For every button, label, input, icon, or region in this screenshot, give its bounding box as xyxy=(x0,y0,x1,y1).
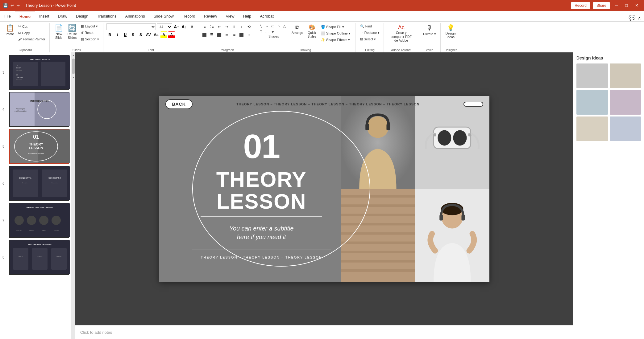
text-align-vert-button[interactable]: ↔ xyxy=(246,31,252,38)
tab-slideshow[interactable]: Slide Show xyxy=(149,11,178,21)
quick-access-redo[interactable]: ↪ xyxy=(16,3,20,8)
slide-thumb-5[interactable]: 01 THEORY LESSON You can enter a subtitl… xyxy=(9,129,69,164)
justify-button[interactable]: ≣ xyxy=(223,31,230,38)
tab-insert[interactable]: Insert xyxy=(35,11,54,21)
shape-triangle[interactable]: △ xyxy=(282,23,287,29)
tab-help[interactable]: Help xyxy=(239,11,256,21)
select-button[interactable]: ⊡ Select ▾ xyxy=(359,36,378,42)
scroll-up-button[interactable]: ▲ xyxy=(71,53,76,57)
line-spacing-button[interactable]: ↕ xyxy=(238,23,245,30)
tab-file[interactable]: File xyxy=(0,11,15,21)
italic-button[interactable]: I xyxy=(114,31,121,38)
decrease-indent-button[interactable]: ⇤ xyxy=(216,23,223,30)
reset-button[interactable]: ↺ Reset xyxy=(79,30,101,36)
slide-scrollbar[interactable]: ▲ ▼ xyxy=(71,52,75,339)
align-distribute-button[interactable]: ≋ xyxy=(231,31,238,38)
window-minimize[interactable]: ─ xyxy=(613,2,620,8)
find-button[interactable]: 🔍 Find xyxy=(359,23,373,29)
font-color-button[interactable]: A xyxy=(168,31,175,38)
record-button[interactable]: Record xyxy=(571,2,590,9)
numbering-button[interactable]: ⁚≡ xyxy=(209,23,215,30)
clear-format-button[interactable]: ✕ xyxy=(189,23,195,30)
font-family-select[interactable] xyxy=(106,23,156,30)
slide-thumb-6[interactable]: CONCEPT 1 CONCEPT 2 Description Descript… xyxy=(9,166,69,201)
ribbon-collapse[interactable]: ∧ xyxy=(638,15,641,20)
quick-access-save[interactable]: 💾 xyxy=(3,3,8,8)
decrease-font-button[interactable]: A↓ xyxy=(181,23,188,30)
tab-animations[interactable]: Animations xyxy=(121,11,149,21)
design-ideas-button[interactable]: 💡 DesignIdeas xyxy=(444,23,458,40)
shape-rect[interactable]: ▭ xyxy=(270,23,276,29)
tab-draw[interactable]: Draw xyxy=(54,11,72,21)
copy-button[interactable]: ⧉ Copy xyxy=(17,30,47,36)
paste-button[interactable]: 📋 Paste xyxy=(4,23,16,37)
strikethrough-button[interactable]: S xyxy=(130,31,136,38)
share-button[interactable]: Share xyxy=(593,2,610,9)
text-direction-button[interactable]: ⟲ xyxy=(246,23,252,30)
quick-access-undo[interactable]: ↩ xyxy=(10,3,14,8)
format-painter-button[interactable]: 🖌 Format Painter xyxy=(17,36,47,42)
shape-oval[interactable]: ○ xyxy=(276,23,281,29)
design-idea-6[interactable] xyxy=(610,116,641,141)
tab-home[interactable]: Home xyxy=(15,11,35,21)
columns-button[interactable]: ⫴ xyxy=(231,23,238,30)
slide-canvas-area[interactable]: BACK THEORY LESSON – THEORY LESSON – THE… xyxy=(75,52,573,325)
window-maximize[interactable]: □ xyxy=(623,2,630,8)
design-idea-2[interactable] xyxy=(610,63,641,88)
dictate-button[interactable]: 🎙 Dictate ▾ xyxy=(421,23,438,37)
comments-icon[interactable]: 💬 xyxy=(629,14,635,21)
align-extra-button[interactable]: ⬛ xyxy=(238,31,245,38)
notes-placeholder[interactable]: Click to add notes xyxy=(80,330,112,335)
design-idea-1[interactable] xyxy=(576,63,608,88)
tab-design[interactable]: Design xyxy=(72,11,93,21)
shape-down[interactable]: ▼ xyxy=(270,29,276,35)
new-slide-button[interactable]: 📄 NewSlide xyxy=(53,23,65,41)
tab-view[interactable]: View xyxy=(221,11,239,21)
shape-text[interactable]: T xyxy=(258,29,264,35)
section-button[interactable]: ▤ Section ▾ xyxy=(79,36,101,42)
slide-thumb-8[interactable]: FEATURES OF THIS TOPIC VENUS JUPITER SAT… xyxy=(9,240,69,275)
align-right-button[interactable]: ⬛ xyxy=(216,31,223,38)
align-center-button[interactable]: ☰ xyxy=(209,31,215,38)
bold-button[interactable]: B xyxy=(106,31,113,38)
text-shadow-button[interactable]: S xyxy=(137,31,144,38)
design-idea-5[interactable] xyxy=(576,116,608,141)
align-left-button[interactable]: ⬛ xyxy=(201,31,208,38)
tab-acrobat[interactable]: Acrobat xyxy=(256,11,278,21)
slide-thumb-7[interactable]: WHAT IS THIS TOPIC ABOUT? MERCURY VENUS … xyxy=(9,203,69,238)
bullets-button[interactable]: ≡ xyxy=(201,23,208,30)
design-idea-3[interactable] xyxy=(576,90,608,115)
character-spacing-button[interactable]: AV xyxy=(145,31,152,38)
scroll-down-button[interactable]: ▼ xyxy=(71,75,76,80)
font-size-select[interactable]: 44 xyxy=(157,23,172,30)
shape-outline-button[interactable]: ⬜ Shape Outline ▾ xyxy=(319,31,352,36)
window-close[interactable]: ✕ xyxy=(633,2,641,8)
shape-more[interactable]: ⋯ xyxy=(264,29,270,35)
tab-transitions[interactable]: Transitions xyxy=(93,11,121,21)
slide-thumb-3[interactable]: TABLE OF CONTENTS 01 THEORY Topic text h… xyxy=(9,55,69,90)
shape-effects-button[interactable]: ✨ Shape Effects ▾ xyxy=(319,37,352,43)
change-case-button[interactable]: Aa xyxy=(153,31,160,38)
back-button[interactable]: BACK xyxy=(165,99,193,109)
cut-button[interactable]: ✂ Cut xyxy=(17,23,47,29)
slide-thumb-4[interactable]: INTRODUCTION You can give a brief descri… xyxy=(9,92,69,127)
shape-fill-button[interactable]: 🪣 Shape Fill ▾ xyxy=(319,24,352,30)
layout-button[interactable]: ▦ Layout ▾ xyxy=(79,23,101,29)
reuse-slides-button[interactable]: 🔄 ReuseSlides xyxy=(66,23,79,41)
adobe-create-button[interactable]: Ac Crear y compartir PDF de Adobe xyxy=(387,23,415,44)
increase-font-button[interactable]: A↑ xyxy=(173,23,180,30)
arrange-button[interactable]: ⧉ Arrange xyxy=(290,23,305,36)
slide-canvas[interactable]: BACK THEORY LESSON – THEORY LESSON – THE… xyxy=(159,96,489,282)
shape-line[interactable]: ╲ xyxy=(258,23,264,29)
highlight-color-button[interactable]: A xyxy=(160,31,167,38)
scroll-thumb[interactable] xyxy=(72,59,75,74)
shape-arrow[interactable]: → xyxy=(264,23,270,29)
tab-record[interactable]: Record xyxy=(178,11,200,21)
increase-indent-button[interactable]: ⇥ xyxy=(223,23,230,30)
shapes-label[interactable]: Shapes xyxy=(268,35,279,38)
quick-styles-button[interactable]: 🎨 QuickStyles xyxy=(305,23,318,39)
replace-button[interactable]: ↔ Replace ▾ xyxy=(359,30,381,36)
design-idea-4[interactable] xyxy=(610,90,641,115)
underline-button[interactable]: U xyxy=(122,31,129,38)
tab-review[interactable]: Review xyxy=(200,11,222,21)
